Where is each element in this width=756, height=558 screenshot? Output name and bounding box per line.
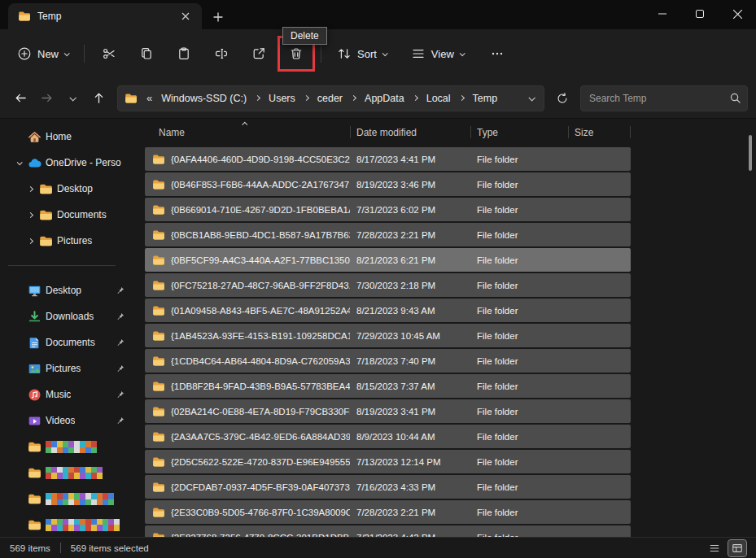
file-row[interactable]: {2E33C0B9-5D05-4766-87F0-1C39A8009C...7/… xyxy=(145,500,631,524)
file-row[interactable]: {0B46F853-F6B6-44AA-ADDC-2A1767347...8/1… xyxy=(145,172,631,196)
paste-icon xyxy=(177,46,191,61)
breadcrumb-chevron-icon[interactable] xyxy=(409,96,422,100)
tab-temp[interactable]: Temp xyxy=(8,3,202,29)
breadcrumb-chevron-icon[interactable] xyxy=(347,96,360,100)
sidebar-item-redacted-folder[interactable] xyxy=(5,434,132,460)
file-date-modified: 8/19/2023 3:41 PM xyxy=(350,407,470,416)
view-button[interactable]: View xyxy=(404,39,471,68)
share-button[interactable] xyxy=(243,39,275,68)
cut-button[interactable] xyxy=(93,39,125,68)
sidebar-item-desktop-pinned[interactable]: Desktop xyxy=(5,277,132,303)
file-type: File folder xyxy=(470,508,568,517)
paste-button[interactable] xyxy=(168,39,200,68)
refresh-button[interactable] xyxy=(549,86,575,111)
sidebar-item-videos-pinned[interactable]: Videos xyxy=(5,408,132,434)
sidebar-item-pictures-pinned[interactable]: Pictures xyxy=(5,355,132,381)
new-tab-button[interactable] xyxy=(208,7,228,27)
file-row[interactable]: {01A09458-A843-4BF5-AE7C-48A91252A4...8/… xyxy=(145,299,631,322)
redacted-pixel xyxy=(85,467,91,479)
breadcrumb-item-local[interactable]: Local xyxy=(422,90,456,107)
file-row[interactable]: {02BA214C-0E88-4E7A-8D19-F79CB330FB...8/… xyxy=(145,399,631,423)
recent-locations-button[interactable] xyxy=(60,86,85,111)
file-row[interactable]: {0B669014-710E-4267-9D2D-1FB0BEBA1A...7/… xyxy=(145,198,631,221)
rename-button[interactable] xyxy=(205,39,238,68)
redacted-pixel xyxy=(97,467,103,479)
sidebar-item-documents[interactable]: Documents xyxy=(5,202,132,228)
sidebar-item-redacted-folder[interactable] xyxy=(5,486,132,512)
sidebar-item-label: Music xyxy=(46,389,71,400)
sidebar-item-onedrive-perso[interactable]: OneDrive - Perso xyxy=(5,150,132,176)
minimize-button[interactable] xyxy=(644,0,681,28)
chevron-right-icon[interactable] xyxy=(21,213,39,217)
column-header-size[interactable]: Size xyxy=(568,127,631,138)
close-button[interactable] xyxy=(719,0,756,28)
breadcrumb-chevron-icon[interactable] xyxy=(456,96,468,100)
column-divider[interactable] xyxy=(350,126,351,138)
collapsed-crumbs-marker[interactable]: « xyxy=(146,92,152,104)
breadcrumb-item-users[interactable]: Users xyxy=(264,90,300,107)
sidebar-item-pictures[interactable]: Pictures xyxy=(5,228,132,254)
new-button[interactable]: New xyxy=(10,39,76,68)
new-plus-icon xyxy=(17,46,32,61)
sidebar-item-home[interactable]: Home xyxy=(5,124,132,150)
forward-button[interactable] xyxy=(34,86,59,111)
sidebar-item-downloads-pinned[interactable]: Downloads xyxy=(5,303,132,329)
up-button[interactable] xyxy=(86,86,111,111)
file-row[interactable]: {0FC75218-27AD-48C7-96AB-9FF2F8D43...7/3… xyxy=(145,273,631,297)
column-divider[interactable] xyxy=(630,126,631,138)
column-divider[interactable] xyxy=(470,126,471,138)
copy-icon xyxy=(139,46,154,61)
file-type: File folder xyxy=(470,155,568,164)
copy-button[interactable] xyxy=(130,39,163,68)
column-header-type[interactable]: Type xyxy=(470,127,568,138)
search-input[interactable] xyxy=(580,85,748,111)
breadcrumb-item-appdata[interactable]: AppData xyxy=(360,90,409,107)
column-header-name[interactable]: Name xyxy=(145,127,350,138)
file-row[interactable]: {2D5C5622-522E-4720-837D-E96E949555...7/… xyxy=(145,450,631,473)
vertical-scrollbar-thumb[interactable] xyxy=(749,135,752,171)
sidebar-item-desktop[interactable]: Desktop xyxy=(5,176,132,202)
breadcrumb-item-ceder[interactable]: ceder xyxy=(312,90,347,107)
tab-close-icon[interactable] xyxy=(176,7,195,26)
maximize-button[interactable] xyxy=(681,0,719,28)
chevron-right-icon[interactable] xyxy=(21,239,39,243)
redacted-pixel xyxy=(51,519,57,531)
breadcrumb-chevron-icon[interactable] xyxy=(251,96,264,100)
column-header-date-modified[interactable]: Date modified xyxy=(350,127,470,138)
file-row[interactable]: {1CDB4C64-AB64-4804-8D9A-C762059A3...7/1… xyxy=(145,349,631,373)
redacted-pixel xyxy=(63,441,68,453)
breadcrumb-chevron-icon[interactable] xyxy=(300,96,312,100)
file-row[interactable]: {1DB8F2B4-9FAD-43B9-B9A5-57783BEA4...8/1… xyxy=(145,374,631,398)
desktop-icon xyxy=(28,284,46,298)
sidebar-item-redacted-folder[interactable] xyxy=(5,460,132,486)
file-row[interactable]: {0BCB1AB8-9EBD-4DC1-B587-9A17B7B63...7/2… xyxy=(145,223,631,246)
list-view-toggle[interactable] xyxy=(706,540,723,556)
column-divider[interactable] xyxy=(568,126,569,138)
sort-button[interactable]: Sort xyxy=(330,39,394,68)
sidebar-item-music-pinned[interactable]: Music xyxy=(5,381,132,408)
address-dropdown-button[interactable] xyxy=(526,96,537,101)
sidebar-item-documents-pinned[interactable]: Documents xyxy=(5,329,132,355)
file-row[interactable]: {0AFA4406-460D-4D9D-9198-4CC50E3C2...8/1… xyxy=(145,147,631,171)
file-row[interactable]: {2E827768-7256-4770-8CCC-301BD1DBB4...7/… xyxy=(145,525,631,537)
sidebar-item-label: Desktop xyxy=(46,285,81,296)
chevron-right-icon[interactable] xyxy=(21,187,39,191)
redacted-pixel xyxy=(74,493,80,505)
file-row[interactable]: {1AB4523A-93FE-4153-B191-109258DCA1...7/… xyxy=(145,324,631,347)
sidebar-item-redacted-folder[interactable] xyxy=(5,512,132,537)
file-row[interactable]: {2A3AA7C5-379C-4B42-9ED6-6A884AD39...8/9… xyxy=(145,425,631,448)
breadcrumb-item-temp[interactable]: Temp xyxy=(468,90,503,107)
redacted-pixel xyxy=(63,493,68,505)
breadcrumb-item-windows-ssd-c[interactable]: Windows-SSD (C:) xyxy=(156,90,251,107)
chevron-down-icon xyxy=(64,50,70,56)
chevron-down-icon[interactable] xyxy=(10,161,28,165)
more-options-button[interactable] xyxy=(481,39,513,68)
breadcrumb[interactable]: « Windows-SSD (C:)UserscederAppDataLocal… xyxy=(117,85,544,111)
back-button[interactable] xyxy=(8,86,33,111)
file-row[interactable]: {2DCFDAB7-0937-4D5F-BF39-0AF407373...7/1… xyxy=(145,475,631,499)
file-row[interactable]: {0BF5CF99-A4C3-440A-A2F1-77BBC1350...8/2… xyxy=(145,248,631,272)
details-view-toggle[interactable] xyxy=(728,540,746,556)
breadcrumb-list: Windows-SSD (C:)UserscederAppDataLocalTe… xyxy=(156,90,502,107)
redacted-pixel xyxy=(103,519,108,531)
file-type: File folder xyxy=(470,205,568,215)
